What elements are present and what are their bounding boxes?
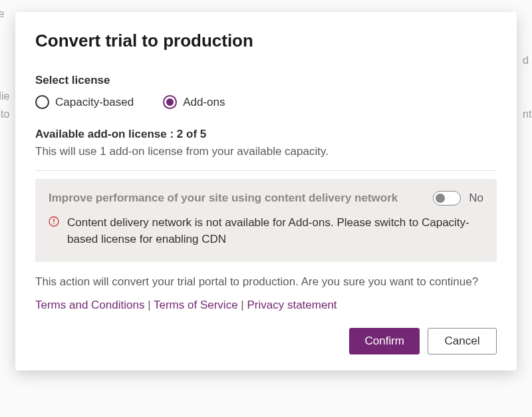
backdrop-fragment: d s (523, 55, 532, 67)
convert-trial-dialog: Convert trial to production Select licen… (15, 12, 517, 370)
divider (35, 170, 497, 171)
svg-rect-2 (53, 223, 55, 224)
radio-capacity-based[interactable]: Capacity-based (35, 95, 134, 109)
legal-links-row: Terms and Conditions | Terms of Service … (35, 299, 497, 312)
svg-rect-1 (53, 219, 55, 222)
radio-label: Capacity-based (55, 96, 134, 109)
toggle-knob-icon (436, 194, 445, 203)
cdn-panel-message: Content delivery network is not availabl… (67, 215, 483, 247)
confirm-button[interactable]: Confirm (349, 328, 420, 354)
terms-of-service-link[interactable]: Terms of Service (154, 299, 238, 311)
radio-icon (35, 95, 49, 109)
dialog-title: Convert trial to production (35, 31, 497, 51)
license-radio-group: Capacity-based Add-ons (35, 95, 497, 109)
page-backdrop: te die sto d s nt Convert trial to produ… (0, 0, 532, 417)
cancel-button[interactable]: Cancel (428, 328, 497, 354)
select-license-label: Select license (35, 74, 497, 87)
available-license-line: Available add-on license : 2 of 5 (35, 128, 497, 141)
link-separator: | (148, 299, 154, 311)
info-icon (49, 216, 59, 229)
backdrop-fragment: die (0, 90, 9, 102)
backdrop-fragment: nt (523, 108, 531, 120)
backdrop-fragment: te (0, 8, 4, 20)
confirm-prompt-text: This action will convert your trial port… (35, 274, 497, 291)
available-license-desc: This will use 1 add-on license from your… (35, 145, 497, 158)
cdn-toggle[interactable] (433, 191, 461, 206)
privacy-statement-link[interactable]: Privacy statement (247, 299, 336, 311)
radio-icon (163, 95, 177, 109)
backdrop-fragment: sto (0, 108, 9, 120)
dialog-button-row: Confirm Cancel (35, 328, 497, 354)
radio-add-ons[interactable]: Add-ons (163, 95, 225, 109)
cdn-panel-heading: Improve performance of your site using c… (49, 192, 422, 205)
radio-label: Add-ons (183, 96, 225, 109)
cdn-toggle-label: No (469, 192, 483, 205)
cdn-info-panel: Improve performance of your site using c… (35, 179, 497, 262)
terms-and-conditions-link[interactable]: Terms and Conditions (35, 299, 144, 311)
